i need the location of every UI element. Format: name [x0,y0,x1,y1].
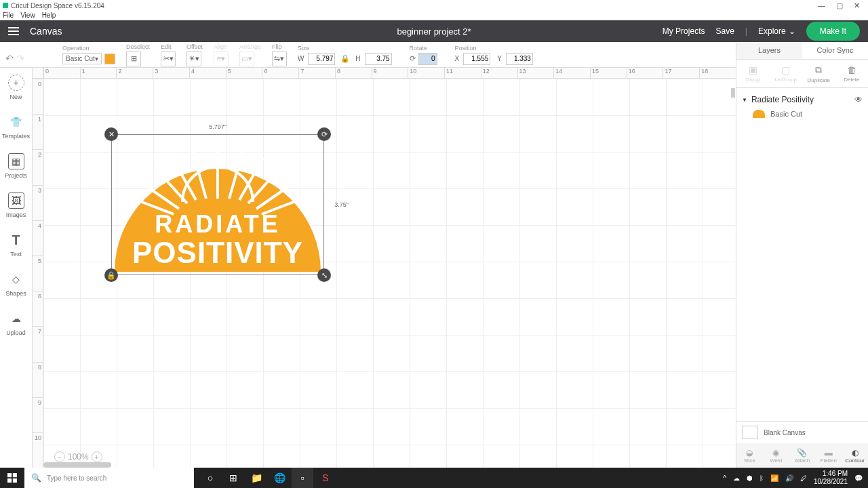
sidebar-shapes-label: Shapes [5,290,26,297]
file-explorer-icon[interactable]: 📁 [245,468,267,488]
position-label: Position [455,45,533,52]
taskbar-search[interactable]: 🔍 Type here to search [24,468,194,488]
tray-onedrive-icon[interactable]: ☁ [733,474,740,482]
tab-color-sync[interactable]: Color Sync [802,42,868,59]
selection-box[interactable]: RADIATE POSITIVITY 5.797" 3.75" ✕ ⟳ 🔒 ⤡ [111,134,324,275]
explore-label: Explore [758,26,786,36]
sidebar-text-label: Text [10,251,22,258]
tray-volume-icon[interactable]: 🔊 [785,474,793,482]
canvas-area[interactable]: 0123456789101112131415161718 01234567891… [33,68,736,468]
sidebar-projects-label: Projects [5,172,27,179]
maximize-button[interactable]: ▢ [836,1,843,10]
slice-button: ◒Slice [736,443,763,468]
sidebar-projects[interactable]: ▦ Projects [0,146,32,186]
height-h-label: H [355,55,360,62]
operation-select[interactable]: Basic Cut ▾ [62,53,102,64]
layer-item[interactable]: Basic Cut [742,107,863,121]
explore-dropdown[interactable]: Explore ⌄ [758,26,795,36]
flip-button[interactable]: ⇋▾ [272,52,287,66]
canvas-label: Canvas [30,26,62,37]
zoom-out-button[interactable]: − [54,451,65,462]
color-swatch-button[interactable] [104,54,115,64]
pos-y-input[interactable] [506,53,533,65]
tray-bluetooth-icon[interactable]: ᛒ [760,474,764,482]
notifications-icon[interactable]: 💬 [854,474,863,482]
chrome-icon[interactable]: 🌐 [269,468,290,488]
undo-button[interactable]: ↶ [5,53,14,64]
deselect-button[interactable]: ⊞ [126,52,141,66]
my-projects-link[interactable]: My Projects [663,26,705,36]
sidebar-new[interactable]: + New [0,68,32,107]
selection-outline [111,134,324,275]
trash-icon: 🗑 [847,64,856,75]
ungroup-button[interactable]: ▢UnGroup [770,60,803,87]
group-button[interactable]: ▣Group [736,60,770,87]
rotate-input[interactable] [418,53,437,65]
sidebar-text[interactable]: T Text [0,225,32,264]
duplicate-button[interactable]: ⧉Duplicate [802,60,835,87]
minimize-button[interactable]: — [818,1,825,10]
header-divider: | [745,26,747,36]
edit-button[interactable]: ✂▾ [161,52,176,66]
menu-file[interactable]: File [3,12,14,19]
search-placeholder: Type here to search [47,474,106,482]
svg-rect-5 [13,479,17,483]
duplicate-icon: ⧉ [815,64,822,76]
tray-dropbox-icon[interactable]: ⬢ [747,474,753,482]
selection-width-label: 5.797" [209,123,226,130]
width-w-label: W [298,55,304,62]
upload-icon: ☁ [8,310,24,327]
sidebar-upload-label: Upload [6,329,26,336]
height-input[interactable] [365,53,392,65]
ruler-horizontal: 0123456789101112131415161718 [43,68,736,79]
tray-chevron-icon[interactable]: ^ [723,474,726,482]
app-logo-icon [3,3,8,8]
sidebar-shapes[interactable]: ◇ Shapes [0,264,32,304]
projects-icon: ▦ [8,153,24,169]
save-link[interactable]: Save [715,26,734,36]
visibility-icon[interactable]: 👁 [854,95,863,104]
tray-pen-icon[interactable]: 🖊 [800,474,807,482]
layer-group-header[interactable]: ▼ Radiate Positivity 👁 [742,92,863,107]
menu-help[interactable]: Help [42,12,56,19]
vertical-scrollbar[interactable] [731,88,735,98]
resize-handle[interactable]: ⤡ [317,268,331,282]
make-it-button[interactable]: Make It [806,22,860,41]
pos-y-label: Y [497,55,502,62]
sidebar-images[interactable]: 🖼 Images [0,186,32,225]
sidebar-upload[interactable]: ☁ Upload [0,304,32,343]
contour-button[interactable]: ◐Contour [842,443,868,468]
rotate-handle[interactable]: ⟳ [317,127,331,141]
task-view-icon[interactable]: ⊞ [222,468,244,488]
lock-icon[interactable]: 🔒 [340,54,350,63]
taskbar-clock[interactable]: 1:46 PM 10/28/2021 [814,470,848,486]
sidebar-templates[interactable]: 👕 Templates [0,107,32,146]
horizontal-scrollbar[interactable] [43,462,111,468]
tab-layers[interactable]: Layers [736,42,802,59]
width-input[interactable] [308,53,335,65]
lock-handle[interactable]: 🔒 [104,268,118,282]
main-header: Canvas beginner project 2* My Projects S… [0,20,868,42]
delete-button[interactable]: 🗑Delete [835,60,869,87]
start-button[interactable] [0,468,24,488]
canvas-grid[interactable]: RADIATE POSITIVITY 5.797" 3.75" ✕ ⟳ 🔒 ⤡ [43,79,736,468]
rotate-icon: ⟳ [410,54,416,63]
flip-label: Flip [272,43,287,50]
blank-canvas-row[interactable]: Blank Canvas [736,422,868,443]
arrange-label: Arrange [239,43,261,50]
close-button[interactable]: ✕ [854,1,860,10]
tray-wifi-icon[interactable]: 📶 [770,474,778,482]
size-label: Size [298,45,392,52]
delete-handle[interactable]: ✕ [104,127,118,141]
align-label: Align [214,43,229,50]
ungroup-icon: ▢ [781,64,790,75]
offset-button[interactable]: ☀▾ [186,52,201,66]
cortana-icon[interactable]: ○ [199,468,221,488]
zoom-in-button[interactable]: + [92,451,102,462]
redo-button[interactable]: ↷ [16,53,24,64]
menu-view[interactable]: View [20,12,35,19]
hamburger-menu-icon[interactable] [8,27,19,35]
cricut-app-icon[interactable]: ▫ [292,468,313,488]
snagit-icon[interactable]: S [315,468,336,488]
pos-x-input[interactable] [463,53,490,65]
